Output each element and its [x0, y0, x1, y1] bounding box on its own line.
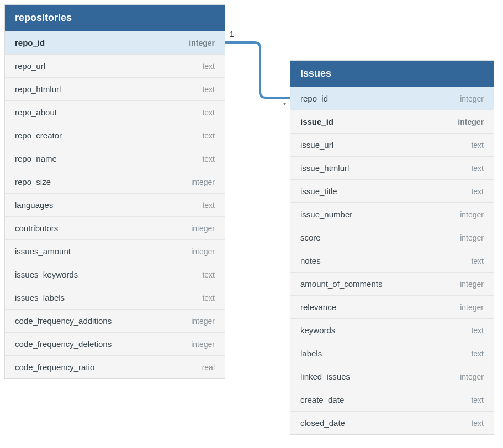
column-type: integer	[191, 317, 215, 326]
column-type: text	[471, 141, 484, 150]
column-row: repo_nametext	[5, 147, 225, 170]
column-row: labelstext	[290, 342, 494, 365]
column-row: repo_idinteger	[5, 31, 225, 54]
column-name: code_frequency_ratio	[15, 362, 94, 372]
column-name: contributors	[15, 223, 58, 233]
table-issues-body: repo_idintegerissue_idintegerissue_urlte…	[290, 87, 494, 434]
column-row: issues_keywordstext	[5, 263, 225, 286]
table-repositories: repositories repo_idintegerrepo_urltextr…	[4, 4, 225, 379]
column-name: languages	[15, 200, 53, 210]
column-type: text	[202, 85, 215, 94]
column-type: integer	[460, 280, 484, 289]
column-row: issue_titletext	[290, 179, 494, 202]
column-type: integer	[460, 303, 484, 312]
column-row: repo_idinteger	[290, 87, 494, 110]
column-name: issues_keywords	[15, 270, 78, 279]
column-name: score	[300, 233, 321, 242]
column-name: issues_amount	[15, 247, 71, 256]
column-row: code_frequency_additionsinteger	[5, 309, 225, 332]
column-row: issues_labelstext	[5, 286, 225, 309]
column-type: text	[202, 154, 215, 163]
column-row: issue_urltext	[290, 133, 494, 156]
column-row: repo_sizeinteger	[5, 170, 225, 193]
column-name: notes	[300, 256, 321, 265]
column-name: code_frequency_deletions	[15, 339, 112, 349]
column-row: issues_amountinteger	[5, 239, 225, 263]
column-row: scoreinteger	[290, 226, 494, 249]
column-row: notestext	[290, 249, 494, 272]
column-type: text	[202, 294, 215, 302]
column-row: repo_creatortext	[5, 124, 225, 147]
column-name: linked_issues	[300, 372, 350, 381]
column-type: text	[471, 349, 484, 358]
column-row: issue_numberinteger	[290, 202, 494, 226]
column-name: issue_htmlurl	[300, 163, 349, 173]
column-type: integer	[460, 94, 484, 103]
column-type: integer	[460, 210, 484, 219]
column-name: repo_htmlurl	[15, 84, 61, 94]
column-row: code_frequency_ratioreal	[5, 355, 225, 378]
column-row: issue_idinteger	[290, 110, 494, 133]
column-name: create_date	[300, 395, 344, 404]
column-name: closed_date	[300, 418, 345, 428]
column-type: integer	[191, 224, 215, 233]
column-name: code_frequency_additions	[15, 316, 112, 326]
column-type: integer	[460, 372, 484, 381]
column-row: repo_urltext	[5, 54, 225, 77]
column-type: text	[471, 419, 484, 428]
column-name: issues_labels	[15, 293, 65, 302]
column-row: languagestext	[5, 193, 225, 216]
column-type: real	[202, 363, 215, 372]
column-type: integer	[191, 340, 215, 349]
column-row: closed_datetext	[290, 411, 494, 434]
column-name: repo_creator	[15, 131, 62, 140]
column-row: repo_htmlurltext	[5, 77, 225, 100]
column-row: code_frequency_deletionsinteger	[5, 332, 225, 355]
column-type: text	[471, 164, 484, 173]
column-name: repo_name	[15, 154, 57, 163]
column-type: text	[202, 62, 215, 71]
column-name: issue_number	[300, 210, 352, 219]
column-type: text	[202, 201, 215, 210]
column-type: integer	[191, 247, 215, 256]
cardinality-one: 1	[230, 30, 234, 39]
column-name: keywords	[300, 326, 335, 335]
column-row: contributorsinteger	[5, 216, 225, 239]
table-issues-header: issues	[290, 61, 494, 87]
column-row: amount_of_commentsinteger	[290, 272, 494, 295]
column-type: text	[202, 131, 215, 140]
column-name: issue_url	[300, 140, 333, 150]
column-name: repo_id	[300, 94, 328, 103]
table-repositories-header: repositories	[5, 5, 225, 31]
column-type: text	[202, 270, 215, 279]
column-name: repo_id	[15, 38, 45, 47]
column-row: relevanceinteger	[290, 295, 494, 318]
column-row: keywordstext	[290, 318, 494, 342]
column-row: linked_issuesinteger	[290, 365, 494, 388]
table-issues: issues repo_idintegerissue_idintegerissu…	[290, 60, 494, 435]
column-type: text	[202, 108, 215, 117]
relationship-connector	[225, 40, 290, 100]
column-row: create_datetext	[290, 388, 494, 411]
column-type: text	[471, 187, 484, 196]
column-name: issue_title	[300, 186, 337, 196]
column-row: issue_htmlurltext	[290, 156, 494, 179]
column-type: text	[471, 396, 484, 404]
column-name: repo_size	[15, 177, 51, 186]
column-name: relevance	[300, 302, 336, 312]
column-type: integer	[191, 178, 215, 186]
column-type: text	[471, 326, 484, 335]
column-name: repo_url	[15, 61, 45, 71]
column-row: repo_abouttext	[5, 100, 225, 124]
column-name: repo_about	[15, 108, 57, 117]
column-name: amount_of_comments	[300, 279, 382, 289]
column-name: labels	[300, 349, 322, 358]
column-type: text	[471, 257, 484, 265]
column-type: integer	[458, 118, 484, 126]
column-type: integer	[460, 233, 484, 242]
cardinality-many: *	[283, 101, 286, 110]
column-type: integer	[189, 39, 215, 47]
table-repositories-body: repo_idintegerrepo_urltextrepo_htmlurlte…	[5, 31, 225, 378]
column-name: issue_id	[300, 117, 333, 126]
